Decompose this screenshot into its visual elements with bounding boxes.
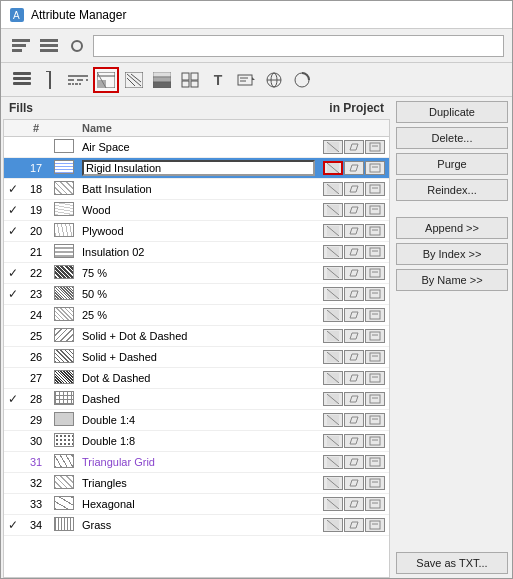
toolbar-btn-2[interactable] bbox=[37, 34, 61, 58]
row-options-icon[interactable] bbox=[365, 329, 385, 343]
text-icon-btn[interactable]: T bbox=[205, 67, 231, 93]
pen-icon-btn[interactable] bbox=[37, 67, 63, 93]
row-edit-fill-icon[interactable] bbox=[323, 350, 343, 364]
hatches-icon-btn[interactable] bbox=[121, 67, 147, 93]
row-edit-icon[interactable] bbox=[344, 161, 364, 175]
row-edit-fill-icon[interactable] bbox=[323, 308, 343, 322]
row-edit-icon[interactable] bbox=[344, 413, 364, 427]
row-edit-icon[interactable] bbox=[344, 392, 364, 406]
row-options-icon[interactable] bbox=[365, 455, 385, 469]
table-row[interactable]: 21Insulation 02 bbox=[4, 242, 389, 263]
table-row[interactable]: ✓2350 % bbox=[4, 284, 389, 305]
row-options-icon[interactable] bbox=[365, 497, 385, 511]
table-row[interactable]: ✓18Batt Insulation bbox=[4, 179, 389, 200]
table-row[interactable]: 27Dot & Dashed bbox=[4, 368, 389, 389]
row-options-icon[interactable] bbox=[365, 350, 385, 364]
table-row[interactable]: Air Space bbox=[4, 137, 389, 158]
row-options-icon[interactable] bbox=[365, 245, 385, 259]
reindex-button[interactable]: Reindex... bbox=[396, 179, 508, 201]
delete-button[interactable]: Delete... bbox=[396, 127, 508, 149]
row-edit-icon[interactable] bbox=[344, 182, 364, 196]
by-name-button[interactable]: By Name >> bbox=[396, 269, 508, 291]
purge-button[interactable]: Purge bbox=[396, 153, 508, 175]
profiles-icon-btn[interactable] bbox=[289, 67, 315, 93]
table-row[interactable]: 2425 % bbox=[4, 305, 389, 326]
table-row[interactable]: ✓19Wood bbox=[4, 200, 389, 221]
row-edit-fill-icon[interactable] bbox=[323, 182, 343, 196]
row-edit-icon[interactable] bbox=[344, 266, 364, 280]
row-edit-fill-icon[interactable] bbox=[323, 371, 343, 385]
append-button[interactable]: Append >> bbox=[396, 217, 508, 239]
row-edit-fill-icon[interactable] bbox=[323, 455, 343, 469]
table-row[interactable]: 25Solid + Dot & Dashed bbox=[4, 326, 389, 347]
toolbar-btn-3[interactable] bbox=[65, 34, 89, 58]
row-edit-fill-icon[interactable] bbox=[323, 497, 343, 511]
table-row[interactable]: ✓20Plywood bbox=[4, 221, 389, 242]
row-edit-icon[interactable] bbox=[344, 329, 364, 343]
table-row[interactable]: ✓2275 % bbox=[4, 263, 389, 284]
row-options-icon[interactable] bbox=[365, 392, 385, 406]
row-edit-fill-icon[interactable] bbox=[323, 413, 343, 427]
row-edit-fill-icon[interactable] bbox=[323, 245, 343, 259]
row-options-icon[interactable] bbox=[365, 413, 385, 427]
toolbar-btn-1[interactable] bbox=[9, 34, 33, 58]
table-row[interactable]: ✓28Dashed bbox=[4, 389, 389, 410]
row-edit-fill-icon[interactable] bbox=[323, 140, 343, 154]
row-options-icon[interactable] bbox=[365, 287, 385, 301]
row-edit-icon[interactable] bbox=[344, 245, 364, 259]
row-edit-fill-icon[interactable] bbox=[323, 224, 343, 238]
row-edit-icon[interactable] bbox=[344, 518, 364, 532]
model-icon-btn[interactable] bbox=[261, 67, 287, 93]
table-row[interactable]: 32Triangles bbox=[4, 473, 389, 494]
row-edit-fill-icon[interactable] bbox=[323, 518, 343, 532]
zone-icon-btn[interactable] bbox=[177, 67, 203, 93]
row-options-icon[interactable] bbox=[365, 182, 385, 196]
fills-icon-btn[interactable] bbox=[93, 67, 119, 93]
table-row[interactable]: ✓34Grass bbox=[4, 515, 389, 536]
row-edit-fill-icon[interactable] bbox=[323, 203, 343, 217]
row-edit-icon[interactable] bbox=[344, 476, 364, 490]
save-as-txt-button[interactable]: Save as TXT... bbox=[396, 552, 508, 574]
row-edit-fill-icon[interactable] bbox=[323, 266, 343, 280]
row-options-icon[interactable] bbox=[365, 224, 385, 238]
duplicate-button[interactable]: Duplicate bbox=[396, 101, 508, 123]
row-options-icon[interactable] bbox=[365, 266, 385, 280]
row-edit-icon[interactable] bbox=[344, 350, 364, 364]
row-options-icon[interactable] bbox=[365, 434, 385, 448]
table-row[interactable]: 26Solid + Dashed bbox=[4, 347, 389, 368]
label-icon-btn[interactable] bbox=[233, 67, 259, 93]
row-options-icon[interactable] bbox=[365, 371, 385, 385]
table-row[interactable]: 29Double 1:4 bbox=[4, 410, 389, 431]
row-edit-icon[interactable] bbox=[344, 203, 364, 217]
row-options-icon[interactable] bbox=[365, 203, 385, 217]
table-row[interactable]: 33Hexagonal bbox=[4, 494, 389, 515]
row-edit-icon[interactable] bbox=[344, 455, 364, 469]
row-edit-fill-icon[interactable] bbox=[323, 287, 343, 301]
row-options-icon[interactable] bbox=[365, 140, 385, 154]
row-name[interactable] bbox=[78, 158, 319, 179]
table-row[interactable]: 30Double 1:8 bbox=[4, 431, 389, 452]
row-options-icon[interactable] bbox=[365, 308, 385, 322]
row-edit-icon[interactable] bbox=[344, 308, 364, 322]
by-index-button[interactable]: By Index >> bbox=[396, 243, 508, 265]
row-edit-icon[interactable] bbox=[344, 434, 364, 448]
row-edit-icon[interactable] bbox=[344, 371, 364, 385]
row-edit-icon[interactable] bbox=[344, 497, 364, 511]
row-edit-fill-icon[interactable] bbox=[323, 476, 343, 490]
row-edit-icon[interactable] bbox=[344, 224, 364, 238]
layers-icon-btn[interactable] bbox=[9, 67, 35, 93]
table-row[interactable]: 17 bbox=[4, 158, 389, 179]
search-input[interactable] bbox=[93, 35, 504, 57]
fills-table-container[interactable]: # Name Air Space17✓18Batt Insulation✓19W… bbox=[3, 119, 390, 578]
row-edit-fill-icon[interactable] bbox=[323, 161, 343, 175]
row-edit-fill-icon[interactable] bbox=[323, 434, 343, 448]
table-row[interactable]: 31Triangular Grid bbox=[4, 452, 389, 473]
row-options-icon[interactable] bbox=[365, 161, 385, 175]
row-edit-icon[interactable] bbox=[344, 287, 364, 301]
row-edit-fill-icon[interactable] bbox=[323, 392, 343, 406]
composites-icon-btn[interactable] bbox=[149, 67, 175, 93]
row-edit-icon[interactable] bbox=[344, 140, 364, 154]
row-options-icon[interactable] bbox=[365, 476, 385, 490]
row-edit-fill-icon[interactable] bbox=[323, 329, 343, 343]
row-options-icon[interactable] bbox=[365, 518, 385, 532]
